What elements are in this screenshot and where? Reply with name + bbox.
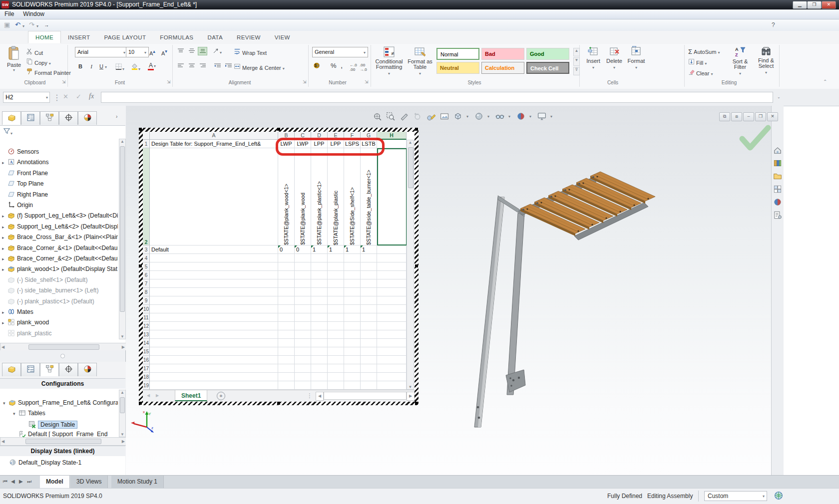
fill-color-button[interactable]: ▾ [131, 63, 140, 71]
cell-D17[interactable] [311, 364, 328, 373]
cell-G12[interactable] [361, 322, 377, 330]
ribbon-tab-review[interactable]: REVIEW [230, 31, 268, 43]
align-middle-button[interactable] [187, 47, 196, 55]
cell-C10[interactable] [295, 305, 311, 313]
sort-filter-button[interactable]: AZSort & Filter▾ [728, 46, 752, 76]
cell-D4[interactable] [311, 254, 328, 262]
cell-F2[interactable]: $STATE@Side_shelf<1> [344, 148, 361, 246]
ribbon-tab-view[interactable]: VIEW [268, 31, 297, 43]
hscroll-left-icon[interactable]: ◀ [316, 392, 324, 401]
cell-G8[interactable] [361, 288, 377, 296]
cell-F17[interactable] [344, 364, 361, 373]
cell-F7[interactable] [344, 279, 361, 288]
redo-caret-icon[interactable]: ▾ [36, 24, 38, 28]
cell-A19[interactable] [150, 381, 278, 390]
cell-D15[interactable] [311, 347, 328, 356]
cell-D5[interactable] [311, 262, 328, 271]
cell-G15[interactable] [361, 347, 377, 356]
cell-E16[interactable] [328, 356, 344, 364]
cell-H8[interactable] [377, 288, 407, 296]
row-header-4[interactable]: 4 [143, 254, 150, 262]
cell-F12[interactable] [344, 322, 361, 330]
config-vertical-scrollbar[interactable]: ▲ ▼ [119, 390, 126, 437]
sheet-tab-sheet1[interactable]: Sheet1 [175, 390, 207, 401]
tree-item-plank-wood[interactable]: ▸plank_wood [2, 317, 118, 328]
cell-G2[interactable]: $STATE@side_table_burner<1> [361, 148, 377, 246]
sheet-prev-icon[interactable]: ◀ [147, 393, 150, 398]
config-item-support-frame-end-left-configurati[interactable]: ▾Support_Frame_End_Left& Configurati [3, 398, 118, 408]
cell-A15[interactable] [150, 347, 278, 356]
row-header-7[interactable]: 7 [143, 279, 150, 288]
cell-C3[interactable]: 0 [295, 246, 311, 254]
ribbon-tab-page-layout[interactable]: PAGE LAYOUT [97, 31, 153, 43]
cell-H10[interactable] [377, 305, 407, 313]
menu-window[interactable]: Window [18, 9, 49, 18]
cell-F4[interactable] [344, 254, 361, 262]
cell-G18[interactable] [361, 373, 377, 381]
cell-C6[interactable] [295, 271, 311, 279]
decrease-decimal-button[interactable]: .00→.0 [360, 63, 367, 72]
cell-G14[interactable] [361, 339, 377, 347]
cell-B19[interactable] [278, 381, 295, 390]
row-header-10[interactable]: 10 [143, 305, 150, 313]
cell-F5[interactable] [344, 262, 361, 271]
cell-C17[interactable] [295, 364, 311, 373]
split-pane-button[interactable]: ⧈ [731, 112, 742, 121]
cell-H9[interactable] [377, 296, 407, 305]
collapse-arrow-icon[interactable]: ▾ [3, 398, 8, 408]
underline-caret-icon[interactable]: ▾ [105, 65, 107, 69]
cell-G5[interactable] [361, 262, 377, 271]
expand-arrow-icon[interactable]: ▸ [2, 222, 7, 232]
cell-C13[interactable] [295, 330, 311, 339]
cell-F16[interactable] [344, 356, 361, 364]
expand-arrow-icon[interactable]: ▸ [2, 211, 7, 221]
config-horizontal-scrollbar[interactable]: ◀ ▶ [0, 437, 126, 446]
tree-item-side-shelf-1-default[interactable]: (-) Side_shelf<1> (Default) [2, 275, 118, 285]
cell-E4[interactable] [328, 254, 344, 262]
row-header-9[interactable]: 9 [143, 296, 150, 305]
panel-tab-configuration-manager[interactable] [40, 111, 59, 125]
cell-A17[interactable] [150, 364, 278, 373]
previous-view-icon[interactable] [413, 112, 423, 121]
cell-style-calculation[interactable]: Calculation [481, 62, 524, 74]
cell-style-good[interactable]: Good [526, 48, 569, 60]
ribbon-tab-formulas[interactable]: FORMULAS [153, 31, 200, 43]
cell-E18[interactable] [328, 373, 344, 381]
cell-G10[interactable] [361, 305, 377, 313]
restore-button[interactable]: ❐ [755, 112, 766, 121]
cell-E11[interactable] [328, 313, 344, 322]
cell-A13[interactable] [150, 330, 278, 339]
ole-resize-handle[interactable] [139, 402, 142, 405]
tree-item-front-plane[interactable]: Front Plane [2, 168, 118, 179]
cell-F8[interactable] [344, 288, 361, 296]
panel-tab-feature-manager[interactable] [2, 363, 21, 376]
cell-H14[interactable] [377, 339, 407, 347]
tree-item-mates[interactable]: ▸Mates [2, 307, 118, 317]
cell-G4[interactable] [361, 254, 377, 262]
cell-F14[interactable] [344, 339, 361, 347]
grow-font-button[interactable]: A▴ [148, 47, 157, 56]
clipboard-dialog-launcher-icon[interactable]: ⇲ [62, 79, 66, 84]
ole-resize-handle[interactable] [139, 128, 142, 131]
cell-E15[interactable] [328, 347, 344, 356]
panel-tab-dimxpert-manager[interactable] [59, 363, 78, 376]
ole-resize-handle[interactable] [277, 128, 280, 131]
font-family-select[interactable]: Arial▾ [75, 47, 128, 57]
cell-B9[interactable] [278, 296, 295, 305]
undo-icon[interactable]: ↶ [15, 21, 20, 28]
cell-B5[interactable] [278, 262, 295, 271]
close-button[interactable]: ✕ [822, 1, 836, 9]
cell-C14[interactable] [295, 339, 311, 347]
scroll-thumb[interactable] [408, 147, 414, 188]
align-top-button[interactable] [176, 47, 185, 55]
cell-A7[interactable] [150, 279, 278, 288]
panel-splitter[interactable] [0, 350, 126, 362]
cut-button[interactable]: Cut [26, 48, 43, 56]
tree-item-right-plane[interactable]: Right Plane [2, 190, 118, 200]
doc-nav-icon[interactable]: ▶ [19, 479, 23, 484]
design-library-icon[interactable] [773, 159, 782, 168]
save-icon[interactable]: ▣ [4, 21, 10, 28]
section-view-icon[interactable] [400, 112, 410, 121]
cell-H11[interactable] [377, 313, 407, 322]
tree-item-sensors[interactable]: Sensors [2, 147, 118, 157]
